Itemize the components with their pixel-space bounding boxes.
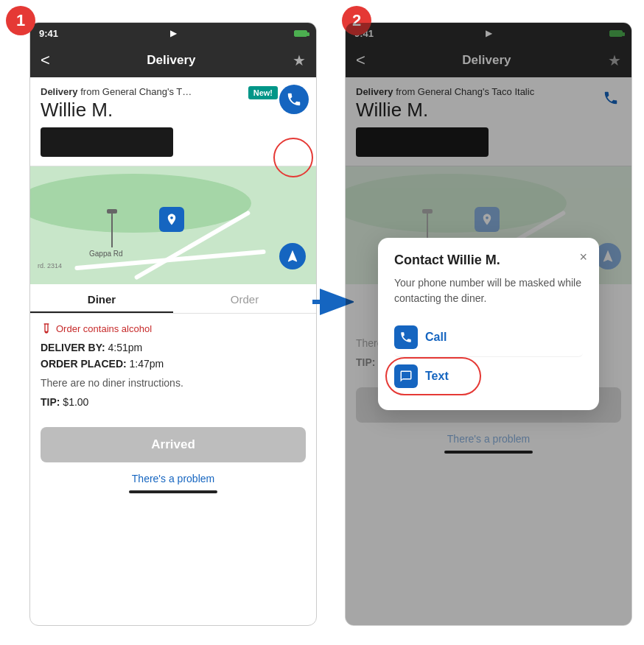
status-bar-1: 9:41 ▶ — [30, 23, 316, 43]
call-label: Call — [425, 331, 447, 344]
modal-title: Contact Willie M. — [394, 253, 583, 268]
order-details-1: Order contains alcohol DELIVER BY: 4:51p… — [30, 314, 316, 417]
tip-row-1: TIP: $1.00 — [41, 396, 306, 408]
alcohol-warning-1: Order contains alcohol — [41, 322, 306, 334]
time-1: 9:41 — [39, 28, 58, 39]
problem-link-1[interactable]: There's a problem — [30, 473, 316, 484]
deliver-by-row: DELIVER BY: 4:51pm — [41, 342, 306, 353]
step-badge-1: 1 — [6, 6, 35, 35]
map-pole-top — [107, 209, 117, 214]
map-pin-1 — [159, 207, 184, 232]
address-redacted-1 — [41, 127, 173, 157]
nav-title-1: Delivery — [147, 53, 195, 68]
map-nav-button-1[interactable] — [279, 243, 306, 269]
home-indicator-1 — [129, 490, 217, 493]
map-label-road: rd. 2314 — [38, 262, 62, 269]
modal-close-button[interactable]: × — [579, 250, 587, 265]
order-placed-row: ORDER PLACED: 1:47pm — [41, 358, 306, 370]
text-label: Text — [425, 370, 449, 383]
call-icon — [394, 325, 418, 349]
signal-1: ▶ — [170, 28, 182, 38]
text-action[interactable]: Text — [394, 357, 449, 395]
tab-diner-1[interactable]: Diner — [30, 284, 173, 313]
order-header-1: Delivery from General Chang's T… Willie … — [30, 77, 316, 166]
modal-actions: Call Text — [394, 318, 583, 395]
screen-1: 9:41 ▶ < Delivery ★ Delivery from Genera… — [29, 22, 317, 626]
top-nav-1: < Delivery ★ — [30, 43, 316, 77]
tab-order-1[interactable]: Order — [173, 284, 316, 313]
back-button-1[interactable]: < — [41, 51, 50, 70]
diner-name-1: Willie M. — [41, 99, 306, 121]
modal-desc: Your phone number will be masked while c… — [394, 275, 583, 306]
star-icon-1[interactable]: ★ — [293, 52, 306, 69]
contact-modal: Contact Willie M. Your phone number will… — [378, 238, 599, 410]
battery-1 — [294, 30, 307, 37]
arrived-button-1[interactable]: Arrived — [41, 427, 306, 462]
tabs-1: Diner Order — [30, 284, 316, 314]
no-instructions-1: There are no diner instructions. — [41, 377, 306, 389]
screen-2: 9:41 ▶ < Delivery ★ Delivery from Genera… — [345, 22, 632, 626]
new-badge-1: New! — [248, 86, 278, 99]
text-icon — [394, 364, 418, 388]
map-hill — [30, 174, 251, 233]
map-pole — [111, 211, 113, 247]
modal-overlay-2: Contact Willie M. Your phone number will… — [346, 23, 631, 625]
map-1: Gappa Rd rd. 2314 — [30, 166, 316, 284]
map-label-gappa: Gappa Rd — [89, 250, 123, 258]
contact-phone-button-1[interactable] — [279, 85, 309, 114]
call-action[interactable]: Call — [394, 318, 583, 357]
